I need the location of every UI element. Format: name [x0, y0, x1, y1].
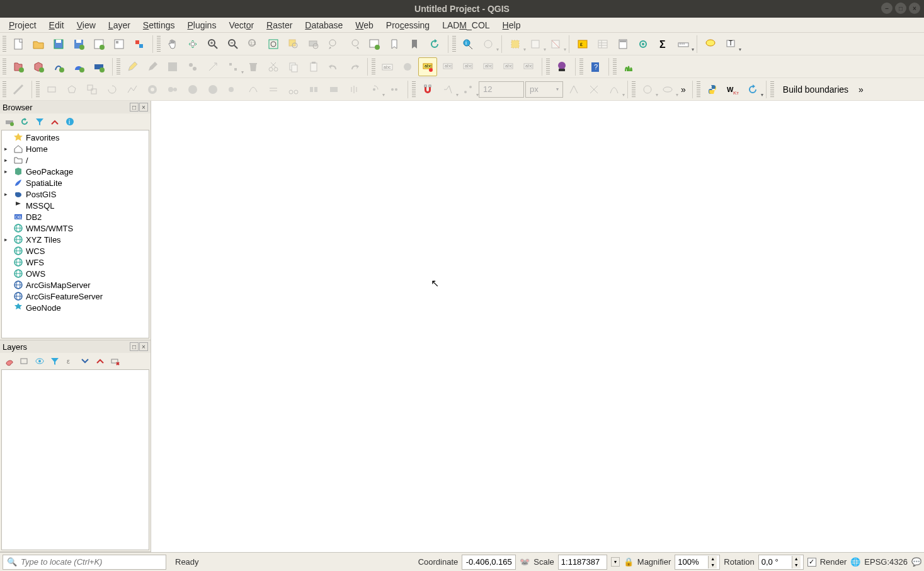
panel-undock-button[interactable]: □ [130, 103, 139, 112]
add-ring-button[interactable] [143, 80, 162, 99]
layers-tree[interactable] [1, 369, 149, 550]
toolbar-handle[interactable] [770, 81, 774, 98]
snap-type-button[interactable] [459, 80, 477, 99]
browser-properties-button[interactable]: i [63, 115, 77, 129]
toolbar-overflow[interactable]: » [678, 84, 688, 95]
window-close-button[interactable]: × [909, 3, 920, 14]
render-checkbox[interactable]: ✓ [807, 558, 816, 567]
fill-ring-button[interactable] [183, 80, 202, 99]
map-tips-button[interactable] [701, 35, 720, 54]
scale-input[interactable]: 1:1187387 [558, 555, 607, 570]
tracing-button[interactable] [605, 80, 624, 99]
snap-unit-dropdown[interactable]: px▾ [525, 81, 563, 98]
filter-legend-button[interactable] [48, 354, 62, 368]
delete-part-button[interactable] [224, 80, 242, 99]
toolbar-handle[interactable] [697, 81, 700, 98]
reshape-button[interactable] [244, 80, 263, 99]
manage-visibility-button[interactable] [33, 354, 47, 368]
add-group-button[interactable] [18, 354, 31, 368]
identify-features-button[interactable]: i [459, 35, 477, 54]
open-data-source-button[interactable] [9, 57, 28, 76]
menu-processing[interactable]: Processing [381, 19, 435, 32]
topological-editing-button[interactable] [564, 80, 583, 99]
scale-dropdown-icon[interactable]: ▾ [611, 557, 620, 567]
rotate-point-button[interactable] [365, 80, 384, 99]
toolbar-handle[interactable] [412, 81, 416, 98]
split-features-button[interactable] [284, 80, 303, 99]
select-features-button[interactable] [506, 35, 525, 54]
build-boundaries-button[interactable]: Build boundaries [777, 84, 855, 95]
grass-tools-button[interactable] [619, 57, 638, 76]
new-virtual-layer-button[interactable] [89, 57, 108, 76]
select-by-expression-button[interactable]: ε [573, 35, 592, 54]
menu-database[interactable]: Database [300, 19, 348, 32]
move-label-button[interactable]: abc [479, 57, 498, 76]
statistics-button[interactable]: Σ [654, 35, 673, 54]
save-edits-button[interactable] [163, 57, 182, 76]
action-run-feature-button[interactable] [479, 35, 498, 54]
current-edits-button[interactable] [123, 57, 142, 76]
metasearch-button[interactable] [552, 57, 571, 76]
text-annotation-button[interactable]: T [721, 35, 740, 54]
expand-arrow-icon[interactable]: ▸ [4, 146, 11, 152]
expand-all-button[interactable] [78, 354, 92, 368]
rotate-label-button[interactable]: abc [499, 57, 518, 76]
new-geopackage-button[interactable] [29, 57, 48, 76]
crs-icon[interactable]: 🌐 [850, 557, 860, 567]
redo-button[interactable] [345, 57, 363, 76]
browser-filter-button[interactable] [33, 115, 47, 129]
merge-attr-button[interactable] [345, 80, 363, 99]
measure-button[interactable] [674, 35, 693, 54]
remove-layer-button[interactable] [108, 354, 122, 368]
zoom-next-button[interactable] [345, 35, 363, 54]
menu-web[interactable]: Web [350, 19, 379, 32]
rotate-feature-button[interactable] [103, 80, 122, 99]
spinner-up[interactable]: ▲ [792, 556, 801, 562]
menu-ladm-col[interactable]: LADM_COL [437, 19, 494, 32]
toolbar-handle[interactable] [452, 36, 456, 52]
vertex-tool-button[interactable] [224, 57, 242, 76]
menu-vector[interactable]: Vector [224, 19, 259, 32]
browser-item--[interactable]: ▸/ [2, 154, 149, 166]
new-print-layout-button[interactable] [89, 35, 108, 54]
browser-item-arcgisfeatureserver[interactable]: ArcGisFeatureServer [2, 291, 149, 302]
zoom-in-button[interactable] [203, 35, 222, 54]
crs-label[interactable]: EPSG:4326 [864, 557, 908, 567]
toolbar-handle[interactable] [36, 81, 40, 98]
open-project-button[interactable] [29, 35, 48, 54]
new-spatialite-button[interactable] [69, 57, 88, 76]
expand-arrow-icon[interactable]: ▸ [4, 168, 11, 175]
copy-features-button[interactable] [284, 57, 303, 76]
field-calculator-button[interactable] [613, 35, 632, 54]
map-canvas[interactable]: ↖ [151, 101, 924, 552]
layer-diagram-button[interactable] [398, 57, 417, 76]
snap-intersection-button[interactable] [585, 80, 603, 99]
show-bookmarks-button[interactable] [405, 35, 424, 54]
change-label-button[interactable]: abc [519, 57, 538, 76]
toolbar-handle[interactable] [579, 59, 583, 75]
coord-input[interactable]: -0.406,0.165 [462, 555, 516, 570]
toolbar-handle[interactable] [157, 36, 161, 52]
zoom-full-button[interactable] [264, 35, 283, 54]
new-bookmark-button[interactable] [385, 35, 404, 54]
delete-ring-button[interactable] [203, 80, 222, 99]
snapping-button[interactable] [418, 80, 437, 99]
menu-view[interactable]: View [72, 19, 101, 32]
collapse-all-layers-button[interactable] [93, 354, 107, 368]
window-minimize-button[interactable]: – [881, 3, 893, 14]
rotation-input[interactable]: 0,0 °▲▼ [758, 555, 804, 570]
toolbar-handle[interactable] [3, 36, 6, 52]
toolbar-overflow[interactable]: » [856, 84, 866, 95]
extents-icon[interactable]: 🐭 [520, 557, 530, 567]
save-project-button[interactable] [49, 35, 68, 54]
menu-raster[interactable]: Raster [261, 19, 297, 32]
toolbar-handle[interactable] [3, 59, 6, 75]
spinner-down[interactable]: ▼ [708, 562, 717, 568]
snap-tolerance-input[interactable] [479, 81, 524, 98]
zoom-native-button[interactable]: 1:1 [244, 35, 263, 54]
move-feature-button[interactable] [203, 57, 222, 76]
browser-item-spatialite[interactable]: SpatiaLite [2, 177, 149, 188]
magnifier-input[interactable]: 100%▲▼ [675, 555, 720, 570]
menu-settings[interactable]: Settings [138, 19, 180, 32]
spinner-up[interactable]: ▲ [708, 556, 717, 562]
